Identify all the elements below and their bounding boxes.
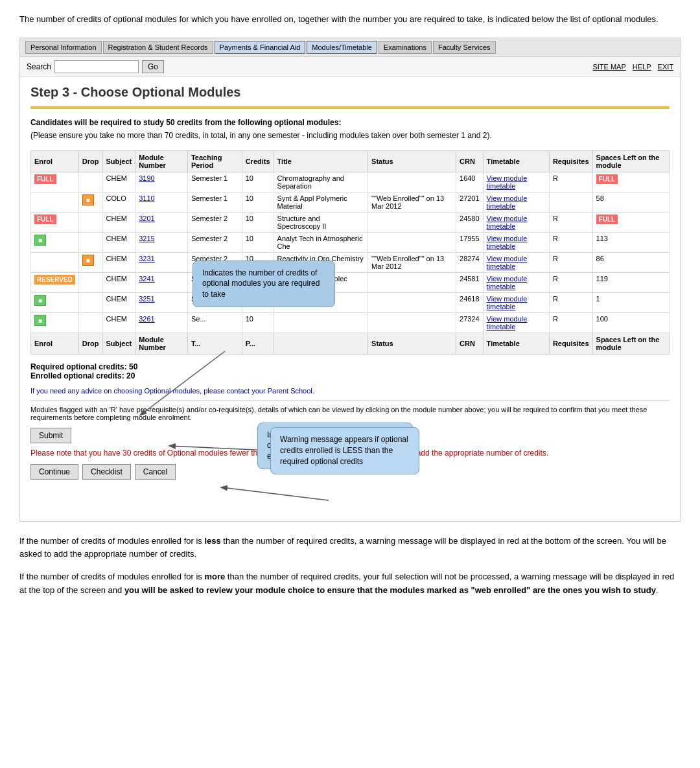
- period-cell: Semester 1: [187, 172, 242, 192]
- nav-payments[interactable]: Payments & Financial Aid: [215, 41, 306, 54]
- nav-registration[interactable]: Registration & Student Records: [103, 41, 213, 54]
- credits-cell: 10: [242, 232, 274, 252]
- spaces-cell: 100: [592, 312, 669, 332]
- view-timetable-link[interactable]: View module timetable: [487, 235, 528, 250]
- col-requisites: Requisites: [549, 150, 592, 172]
- main-content: Step 3 - Choose Optional Modules Candida…: [20, 77, 680, 521]
- requisites-cell: R: [549, 272, 592, 292]
- title-cell: Chromatography and Separation: [274, 172, 368, 192]
- spaces-cell: 1: [592, 292, 669, 312]
- title-cell: Synt & Appl Polymeric Material: [274, 192, 368, 212]
- drop-button[interactable]: ■: [82, 194, 94, 205]
- timetable-cell: View module timetable: [483, 172, 549, 192]
- exit-link[interactable]: EXIT: [658, 63, 673, 71]
- svg-line-2: [222, 487, 329, 500]
- go-button[interactable]: Go: [142, 60, 164, 73]
- search-label: Search: [27, 62, 51, 71]
- requisites-cell: R: [549, 232, 592, 252]
- enrol-cell: ■: [31, 312, 79, 332]
- drop-cell: [78, 212, 102, 232]
- col-subject: Subject: [102, 150, 135, 172]
- timetable-cell: View module timetable: [483, 212, 549, 232]
- requisites-cell: R: [549, 212, 592, 232]
- module-number-link[interactable]: 3231: [139, 255, 154, 262]
- spaces-full-badge: FULL: [596, 215, 618, 224]
- search-input[interactable]: [54, 60, 139, 73]
- contact-line: If you need any advice on choosing Optio…: [30, 387, 670, 395]
- help-link[interactable]: HELP: [633, 63, 651, 71]
- module-number-link[interactable]: 3215: [139, 235, 154, 242]
- module-number-link[interactable]: 3190: [139, 174, 154, 182]
- module-number-link[interactable]: 3241: [139, 275, 154, 283]
- prereq-note: Modules flagged with an 'R' have pre-req…: [30, 400, 670, 421]
- status-cell: [368, 172, 456, 192]
- subject-cell: CHEM: [102, 312, 135, 332]
- col-enrol: Enrol: [31, 150, 79, 172]
- enrol-button[interactable]: ■: [34, 235, 46, 246]
- footer-crn: CRN: [456, 332, 484, 354]
- status-cell: [368, 292, 456, 312]
- instructions-text: Candidates will be required to study 50 …: [30, 118, 670, 127]
- view-timetable-link[interactable]: View module timetable: [487, 255, 528, 270]
- spaces-cell: 86: [592, 252, 669, 272]
- crn-cell: 24581: [456, 272, 484, 292]
- view-timetable-link[interactable]: View module timetable: [487, 275, 528, 290]
- page-title: Step 3 - Choose Optional Modules: [30, 85, 670, 100]
- nav-modules[interactable]: Modules/Timetable: [307, 41, 377, 54]
- view-timetable-link[interactable]: View module timetable: [487, 295, 528, 310]
- module-number-link[interactable]: 3261: [139, 315, 154, 323]
- module-number-link[interactable]: 3110: [139, 194, 154, 202]
- view-timetable-link[interactable]: View module timetable: [487, 315, 528, 331]
- note-text: (Please ensure you take no more than 70 …: [30, 131, 670, 140]
- module-number-cell: 3110: [135, 192, 188, 212]
- cancel-button[interactable]: Cancel: [135, 464, 176, 480]
- crn-cell: 27324: [456, 312, 484, 332]
- enrol-cell: ■: [31, 232, 79, 252]
- view-timetable-link[interactable]: View module timetable: [487, 194, 528, 210]
- crn-cell: 17955: [456, 232, 484, 252]
- enrol-button[interactable]: ■: [34, 315, 46, 326]
- enrol-reserved-badge: RESERVED: [34, 275, 75, 285]
- subject-cell: CHEM: [102, 252, 135, 272]
- timetable-cell: View module timetable: [483, 232, 549, 252]
- module-number-link[interactable]: 3201: [139, 215, 154, 222]
- drop-button[interactable]: ■: [82, 255, 94, 266]
- col-teaching-period: Teaching Period: [187, 150, 242, 172]
- requisites-cell: R: [549, 292, 592, 312]
- col-spaces: Spaces Left on the module: [592, 150, 669, 172]
- spaces-cell: FULL: [592, 212, 669, 232]
- subject-cell: CHEM: [102, 292, 135, 312]
- spaces-full-badge: FULL: [596, 174, 618, 184]
- credits-cell: 10: [242, 312, 274, 332]
- timetable-cell: View module timetable: [483, 292, 549, 312]
- site-map-link[interactable]: SITE MAP: [592, 63, 625, 71]
- checklist-button[interactable]: Checklist: [82, 464, 131, 480]
- table-row: FULLCHEM3201Semester 210Structure and Sp…: [31, 212, 670, 232]
- nav-faculty[interactable]: Faculty Services: [433, 41, 496, 54]
- nav-examinations[interactable]: Examinations: [379, 41, 432, 54]
- status-cell: ""Web Enrolled"" on 13 Mar 2012: [368, 252, 456, 272]
- modules-table: Enrol Drop Subject Module Number Teachin…: [30, 150, 670, 355]
- title-cell: Structure and Spectroscopy II: [274, 212, 368, 232]
- status-cell: [368, 272, 456, 292]
- nav-personal-information[interactable]: Personal Information: [25, 41, 102, 54]
- timetable-cell: View module timetable: [483, 192, 549, 212]
- footer-module-number: Module Number: [135, 332, 188, 354]
- submit-button[interactable]: Submit: [30, 428, 71, 443]
- drop-cell: [78, 312, 102, 332]
- module-number-cell: 3231: [135, 252, 188, 272]
- crn-cell: 27201: [456, 192, 484, 212]
- module-number-link[interactable]: 3251: [139, 295, 154, 303]
- enrol-cell: RESERVED: [31, 272, 79, 292]
- table-row: ■CHEM3215Semester 210Analyt Tech in Atmo…: [31, 232, 670, 252]
- continue-button[interactable]: Continue: [30, 464, 78, 480]
- view-timetable-link[interactable]: View module timetable: [487, 215, 528, 230]
- timetable-cell: View module timetable: [483, 252, 549, 272]
- yellow-divider: [30, 106, 670, 109]
- timetable-cell: View module timetable: [483, 272, 549, 292]
- portal-container: Personal Information Registration & Stud…: [19, 38, 681, 522]
- view-timetable-link[interactable]: View module timetable: [487, 174, 528, 190]
- enrol-button[interactable]: ■: [34, 295, 46, 306]
- footer-credits: P...: [242, 332, 274, 354]
- title-cell: [274, 312, 368, 332]
